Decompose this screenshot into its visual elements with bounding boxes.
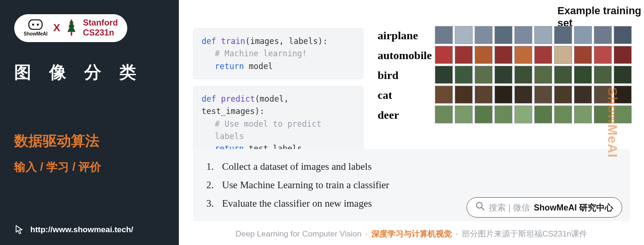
thumbnail bbox=[494, 46, 512, 64]
search-icon bbox=[476, 201, 485, 213]
site-url: http://www.showmeai.tech/ bbox=[30, 225, 133, 235]
thumbnail bbox=[514, 105, 532, 123]
course-line2: CS231n bbox=[83, 28, 114, 37]
highlight-line2: 输入 / 学习 / 评价 bbox=[14, 159, 165, 175]
thumbnail bbox=[455, 46, 473, 64]
footer: Deep Learning for Computer Vision · 深度学习… bbox=[193, 228, 630, 239]
thumbnail bbox=[455, 86, 473, 104]
svg-line-6 bbox=[482, 208, 484, 210]
step-text: Evaluate the classifier on new images bbox=[222, 198, 372, 209]
thumbnail bbox=[475, 66, 493, 84]
py-keyword: def bbox=[202, 36, 216, 46]
py-keyword: return bbox=[215, 61, 244, 71]
class-label-column: airplaneautomobilebirdcatdeer bbox=[378, 26, 432, 124]
py-funcname: predict bbox=[221, 94, 255, 104]
thumbnail bbox=[594, 66, 612, 84]
py-signature: (images, labels): bbox=[245, 36, 327, 46]
site-link[interactable]: http://www.showmeai.tech/ bbox=[14, 224, 133, 236]
thumbnail bbox=[475, 105, 493, 123]
step-item: 1. Collect a dataset of images and label… bbox=[206, 158, 617, 176]
highlight-line1: 数据驱动算法 bbox=[14, 131, 165, 151]
step-text: Collect a dataset of images and labels bbox=[222, 161, 371, 172]
thumbnail bbox=[594, 86, 612, 104]
thumbnail bbox=[594, 26, 612, 44]
step-text: Use Machine Learning to train a classifi… bbox=[222, 179, 389, 191]
footer-left: Deep Learning for Computer Vision bbox=[236, 229, 362, 239]
thumbnail bbox=[554, 66, 572, 84]
thumbnail bbox=[494, 66, 512, 84]
thumbnail bbox=[455, 26, 473, 44]
thumbnail bbox=[554, 86, 572, 104]
thumbnail bbox=[574, 86, 592, 104]
thumbnail bbox=[554, 46, 572, 64]
thumbnail bbox=[435, 66, 453, 84]
thumbnail bbox=[594, 46, 612, 64]
thumbnail bbox=[614, 26, 632, 44]
cursor-icon bbox=[14, 224, 26, 236]
py-comment: # Use model to predict labels bbox=[202, 118, 355, 143]
dot-separator: · bbox=[365, 229, 368, 239]
main-panel: def train(images, labels): # Machine lea… bbox=[179, 0, 644, 245]
stanford-tree-icon bbox=[66, 18, 77, 37]
class-label: cat bbox=[378, 86, 432, 105]
thumbnail bbox=[494, 86, 512, 104]
brand-x: X bbox=[53, 22, 61, 34]
course-line1: Stanford bbox=[83, 18, 118, 27]
svg-point-2 bbox=[37, 23, 39, 25]
footer-right: 部分图片来源于斯坦福CS231n课件 bbox=[462, 228, 587, 239]
class-label: bird bbox=[378, 66, 432, 85]
py-return-value: model bbox=[249, 61, 273, 71]
thumbnail bbox=[534, 46, 552, 64]
class-label: deer bbox=[378, 105, 432, 124]
thumbnail bbox=[514, 86, 532, 104]
example-dataset: airplaneautomobilebirdcatdeer bbox=[378, 26, 630, 124]
thumbnail bbox=[435, 26, 453, 44]
thumbnail bbox=[554, 26, 572, 44]
thumbnail bbox=[514, 46, 532, 64]
thumbnail bbox=[514, 66, 532, 84]
svg-rect-0 bbox=[29, 20, 42, 29]
brand-pill: ShowMeAI X Stanford CS231n bbox=[14, 14, 127, 42]
thumbnail bbox=[475, 86, 493, 104]
sidebar: ShowMeAI X Stanford CS231n 图像分类 数据驱动算法 输… bbox=[0, 0, 179, 245]
thumbnail bbox=[455, 66, 473, 84]
class-label: airplane bbox=[378, 26, 432, 45]
py-keyword: def bbox=[202, 94, 216, 104]
thumbnail bbox=[574, 66, 592, 84]
sidebar-heading: 图像分类 bbox=[14, 61, 165, 84]
thumbnail bbox=[574, 46, 592, 64]
py-funcname: train bbox=[221, 36, 245, 46]
course-label: Stanford CS231n bbox=[83, 18, 118, 37]
thumbnail bbox=[614, 66, 632, 84]
thumbnail bbox=[574, 26, 592, 44]
dot-separator: · bbox=[456, 229, 458, 239]
thumbnail bbox=[514, 26, 532, 44]
thumbnail bbox=[594, 105, 612, 123]
thumbnail bbox=[574, 105, 592, 123]
code-block-train: def train(images, labels): # Machine lea… bbox=[193, 28, 363, 79]
highlight-block: 数据驱动算法 输入 / 学习 / 评价 bbox=[14, 131, 165, 175]
footer-mid: 深度学习与计算机视觉 bbox=[371, 228, 452, 239]
thumbnail bbox=[494, 105, 512, 123]
step-item: 2. Use Machine Learning to train a class… bbox=[206, 176, 617, 194]
search-pill[interactable]: 搜索 | 微信 ShowMeAI 研究中心 bbox=[467, 197, 622, 218]
thumbnail bbox=[455, 105, 473, 123]
thumbnail bbox=[494, 26, 512, 44]
thumbnail bbox=[435, 105, 453, 123]
thumbnail bbox=[435, 86, 453, 104]
showmeai-logo: ShowMeAI bbox=[24, 19, 48, 36]
thumbnail bbox=[534, 86, 552, 104]
showmeai-logo-text: ShowMeAI bbox=[24, 32, 48, 36]
search-hint: 搜索 | 微信 bbox=[489, 202, 530, 213]
thumbnail bbox=[534, 105, 552, 123]
thumbnail bbox=[475, 26, 493, 44]
svg-point-1 bbox=[32, 23, 34, 25]
search-brand: ShowMeAI 研究中心 bbox=[534, 202, 613, 213]
thumbnail bbox=[614, 86, 632, 104]
svg-point-5 bbox=[476, 202, 482, 208]
thumbnail bbox=[534, 26, 552, 44]
py-comment: # Machine learning! bbox=[202, 47, 355, 60]
thumbnail bbox=[435, 46, 453, 64]
thumbnail-grid bbox=[435, 26, 632, 124]
thumbnail bbox=[554, 105, 572, 123]
